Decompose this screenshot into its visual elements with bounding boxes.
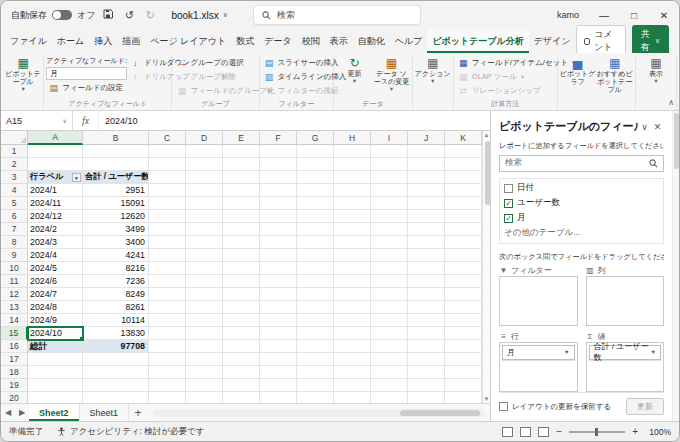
cell-I1[interactable] [371, 145, 408, 158]
cell-I17[interactable] [371, 353, 408, 366]
cell-D18[interactable] [186, 366, 223, 379]
row-header-19[interactable]: 19 [1, 379, 28, 392]
cell-G2[interactable] [297, 158, 334, 171]
ribbon-tab-7[interactable]: 校閲 [297, 29, 325, 53]
cell-H4[interactable] [334, 184, 371, 197]
cell-A10[interactable]: 2024/5 [28, 262, 83, 275]
cell-K4[interactable] [445, 184, 482, 197]
cell-H13[interactable] [334, 301, 371, 314]
cell-A9[interactable]: 2024/4 [28, 249, 83, 262]
cell-J19[interactable] [408, 379, 445, 392]
ribbon-button-5-0[interactable]: ▦アクション▼ [415, 54, 451, 98]
cell-C18[interactable] [149, 366, 186, 379]
cell-B16[interactable]: 97708 [83, 340, 149, 353]
column-header-E[interactable]: E [223, 131, 260, 145]
cell-C19[interactable] [149, 379, 186, 392]
cell-I9[interactable] [371, 249, 408, 262]
row-header-8[interactable]: 8 [1, 236, 28, 249]
titlebar-search-input[interactable]: 検索 [253, 5, 421, 25]
cell-C8[interactable] [149, 236, 186, 249]
column-header-A[interactable]: A [28, 131, 83, 145]
cell-I15[interactable] [371, 327, 408, 340]
cell-J5[interactable] [408, 197, 445, 210]
cell-G13[interactable] [297, 301, 334, 314]
cell-I11[interactable] [371, 275, 408, 288]
horizontal-scrollbar[interactable] [153, 409, 484, 417]
cell-G12[interactable] [297, 288, 334, 301]
cell-C4[interactable] [149, 184, 186, 197]
column-header-C[interactable]: C [149, 131, 186, 145]
cell-C16[interactable] [149, 340, 186, 353]
cell-D6[interactable] [186, 210, 223, 223]
fields-search-input[interactable]: 検索 [499, 155, 664, 171]
pane-options-chevron-icon[interactable]: ∨ [638, 122, 651, 132]
cell-G9[interactable] [297, 249, 334, 262]
ribbon-button-3-2[interactable]: ▼フィルターの接続 [262, 84, 349, 97]
cell-B17[interactable] [83, 353, 149, 366]
cell-J8[interactable] [408, 236, 445, 249]
active-field-input[interactable]: 月 [46, 67, 127, 80]
cell-E3[interactable] [223, 171, 260, 184]
field-checkbox-1[interactable]: ✓ [504, 199, 513, 208]
cell-F12[interactable] [260, 288, 297, 301]
row-header-1[interactable]: 1 [1, 145, 28, 158]
cell-G4[interactable] [297, 184, 334, 197]
cell-K3[interactable] [445, 171, 482, 184]
row-header-2[interactable]: 2 [1, 158, 28, 171]
cell-E4[interactable] [223, 184, 260, 197]
cell-A16[interactable]: 総計 [28, 340, 83, 353]
area-box-2[interactable]: 月▼ [499, 342, 578, 392]
cell-E19[interactable] [223, 379, 260, 392]
cell-B20[interactable] [83, 392, 149, 403]
cell-G8[interactable] [297, 236, 334, 249]
cell-K1[interactable] [445, 145, 482, 158]
row-header-9[interactable]: 9 [1, 249, 28, 262]
vertical-scroll-thumb[interactable] [485, 141, 490, 205]
pane-scrollbar[interactable] [672, 111, 679, 421]
cell-G16[interactable] [297, 340, 334, 353]
save-button[interactable] [100, 9, 116, 21]
cell-H14[interactable] [334, 314, 371, 327]
user-name[interactable]: kamo [557, 10, 579, 20]
cell-D7[interactable] [186, 223, 223, 236]
ribbon-tab-2[interactable]: 挿入 [89, 29, 117, 53]
cell-F5[interactable] [260, 197, 297, 210]
zoom-level[interactable]: 100% [645, 427, 671, 437]
ribbon-button-4-1[interactable]: ▦データ ソースの変更▼ [373, 54, 409, 98]
sheet-nav-left-icon[interactable]: ◀ [1, 408, 15, 417]
cell-E2[interactable] [223, 158, 260, 171]
cell-A2[interactable] [28, 158, 83, 171]
cell-K5[interactable] [445, 197, 482, 210]
cell-F9[interactable] [260, 249, 297, 262]
cell-H12[interactable] [334, 288, 371, 301]
cell-F14[interactable] [260, 314, 297, 327]
cell-H10[interactable] [334, 262, 371, 275]
cell-C17[interactable] [149, 353, 186, 366]
cell-C3[interactable] [149, 171, 186, 184]
cell-I12[interactable] [371, 288, 408, 301]
cell-K7[interactable] [445, 223, 482, 236]
cell-D19[interactable] [186, 379, 223, 392]
cell-G6[interactable] [297, 210, 334, 223]
fill-handle[interactable] [79, 336, 83, 340]
cell-H1[interactable] [334, 145, 371, 158]
cell-G17[interactable] [297, 353, 334, 366]
cell-B19[interactable] [83, 379, 149, 392]
cell-E13[interactable] [223, 301, 260, 314]
cell-A13[interactable]: 2024/8 [28, 301, 83, 314]
cell-B7[interactable]: 3499 [83, 223, 149, 236]
cell-E17[interactable] [223, 353, 260, 366]
cell-I3[interactable] [371, 171, 408, 184]
ribbon-button-0-0[interactable]: ▦ピボットテーブル▼ [5, 54, 41, 98]
cell-H19[interactable] [334, 379, 371, 392]
row-header-13[interactable]: 13 [1, 301, 28, 314]
cell-D17[interactable] [186, 353, 223, 366]
cell-B15[interactable]: 13830 [83, 327, 149, 340]
cell-C6[interactable] [149, 210, 186, 223]
select-all-button[interactable] [1, 131, 28, 145]
cell-G5[interactable] [297, 197, 334, 210]
field-checkbox-0[interactable] [504, 184, 513, 193]
cell-I19[interactable] [371, 379, 408, 392]
ribbon-button-6-1[interactable]: ▦OLAP ツール▼ [456, 70, 579, 83]
cell-A1[interactable] [28, 145, 83, 158]
